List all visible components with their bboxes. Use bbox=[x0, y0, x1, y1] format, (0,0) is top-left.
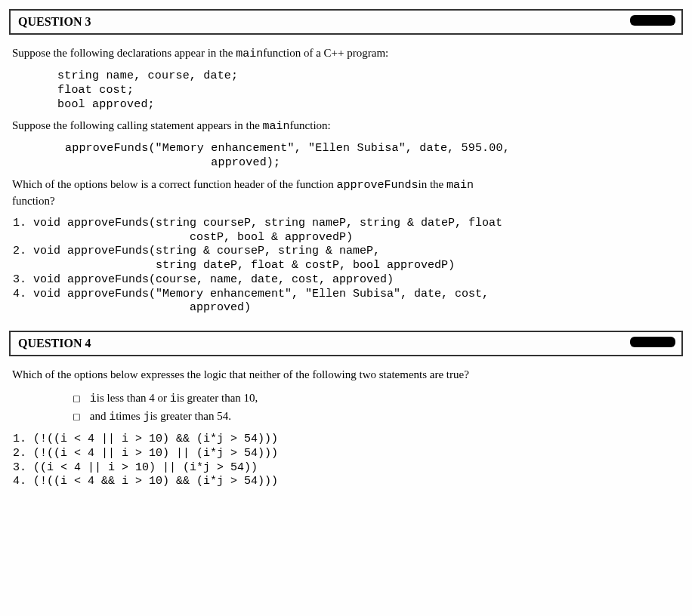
question-4-title: QUESTION 4 bbox=[18, 337, 91, 350]
q4-option-2: (!((i < 4 || i > 10) || (i*j > 54))) bbox=[33, 447, 680, 461]
q4-question: Which of the options below expresses the… bbox=[12, 367, 680, 383]
q3-options: void approveFunds(string courseP, string… bbox=[33, 217, 680, 316]
q4-option-3: ((i < 4 || i > 10) || (i*j > 54)) bbox=[33, 461, 680, 476]
q3-question: Which of the options below is a correct … bbox=[12, 177, 680, 209]
q3-option-3: void approveFunds(course, name, date, co… bbox=[33, 273, 680, 288]
q3-intro-2: Suppose the following calling statement … bbox=[12, 118, 680, 134]
q4-statements: iis less than 4 or iis greater than 10, … bbox=[73, 390, 680, 425]
text: Suppose the following declarations appea… bbox=[12, 47, 236, 59]
code-inline: main bbox=[446, 179, 474, 192]
code-inline: main bbox=[263, 120, 290, 133]
text: and bbox=[90, 410, 109, 422]
text: is greater than 10, bbox=[177, 392, 258, 404]
code-inline: i bbox=[90, 393, 97, 405]
q3-intro-1: Suppose the following declarations appea… bbox=[12, 45, 680, 62]
question-4-body: Which of the options below expresses the… bbox=[12, 367, 680, 489]
q4-statement-2: and itimes jis greater than 54. bbox=[73, 408, 680, 425]
q4-options: (!((i < 4 || i > 10) && (i*j > 54))) (!(… bbox=[33, 433, 680, 489]
q3-option-4: void approveFunds("Memory enhancement", … bbox=[33, 288, 680, 316]
text: function: bbox=[290, 119, 331, 131]
q3-call-statement: approveFunds("Memory enhancement", "Elle… bbox=[65, 142, 680, 171]
q3-declarations: string name, course, date; float cost; b… bbox=[57, 69, 680, 112]
q3-option-1: void approveFunds(string courseP, string… bbox=[33, 217, 680, 245]
question-4-header: QUESTION 4 bbox=[9, 331, 683, 356]
code-inline: i bbox=[109, 411, 116, 424]
text: times bbox=[116, 410, 143, 422]
text: function? bbox=[12, 195, 55, 207]
text: is greater than 54. bbox=[150, 410, 230, 422]
code-inline: main bbox=[236, 48, 263, 60]
text: is less than 4 or bbox=[97, 392, 170, 404]
question-3-title: QUESTION 3 bbox=[18, 15, 91, 28]
code-inline: i bbox=[170, 393, 177, 405]
q3-option-2: void approveFunds(string & courseP, stri… bbox=[33, 245, 680, 273]
question-3-body: Suppose the following declarations appea… bbox=[12, 45, 680, 316]
redacted-mark bbox=[630, 15, 675, 26]
text: function of a C++ program: bbox=[263, 47, 388, 59]
code-inline: approveFunds bbox=[336, 179, 418, 192]
text: Which of the options below is a correct … bbox=[12, 178, 336, 190]
redacted-mark bbox=[630, 337, 675, 347]
question-3-header: QUESTION 3 bbox=[9, 9, 683, 35]
q4-option-1: (!((i < 4 || i > 10) && (i*j > 54))) bbox=[33, 433, 680, 447]
text: in the bbox=[418, 178, 446, 190]
q4-statement-1: iis less than 4 or iis greater than 10, bbox=[73, 390, 680, 407]
text: Suppose the following calling statement … bbox=[12, 119, 263, 131]
q4-option-4: (!((i < 4 && i > 10) && (i*j > 54))) bbox=[33, 475, 680, 489]
